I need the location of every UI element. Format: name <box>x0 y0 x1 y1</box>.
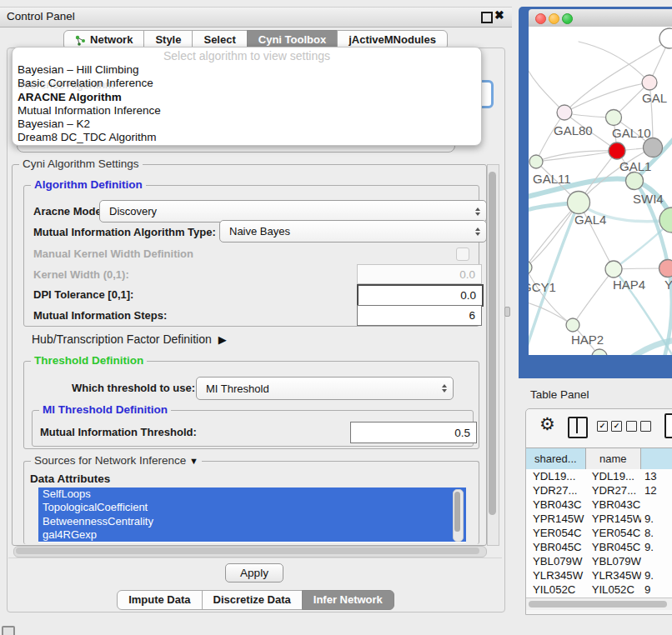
network-node-gal10[interactable] <box>606 110 622 126</box>
attribute-item-topologicalcoefficient[interactable]: TopologicalCoefficient <box>38 501 466 514</box>
column-header-shared[interactable]: shared... <box>526 448 586 470</box>
page-icon[interactable] <box>664 413 672 438</box>
mi-algorithm-type-label: Mutual Information Algorithm Type: <box>33 226 216 238</box>
table-row[interactable]: YDR27...YDR27...12 <box>526 483 672 498</box>
cyni-settings-title: Cyni Algorithm Settings <box>19 158 143 170</box>
network-edge[interactable] <box>573 269 614 325</box>
cyni-bottom-tabs: Impute DataDiscretize DataInfer Network <box>0 590 512 610</box>
algorithm-option-dream8-dc-tdc-algorithm[interactable]: Dream8 DC_TDC Algorithm <box>16 131 478 144</box>
mi-algorithm-type-combo[interactable]: Naive Bayes <box>219 220 487 242</box>
table-cell: YLR345W <box>526 568 587 582</box>
close-traffic-light[interactable] <box>535 13 546 24</box>
table-row[interactable]: YPR145WYPR145W9. <box>526 512 672 526</box>
attribute-item-betweennesscentrality[interactable]: BetweennessCentrality <box>38 515 466 528</box>
network-node-gal80[interactable] <box>557 105 572 120</box>
tab-infer-network[interactable]: Infer Network <box>302 590 394 610</box>
checked-checkbox-icon: ✓ <box>611 421 622 432</box>
table-row[interactable]: YBR045CYBR045C9. <box>526 540 672 554</box>
table-cell: 9. <box>641 512 672 526</box>
network-window-titlebar[interactable] <box>529 9 672 28</box>
algorithm-dropdown-prompt: Select algorithm to view settings <box>13 49 481 62</box>
node-label-y: Y <box>664 278 672 292</box>
kernel-width-field[interactable]: 0.0 <box>357 264 482 284</box>
network-node[interactable] <box>644 138 663 158</box>
zoom-traffic-light[interactable] <box>562 13 573 24</box>
attributes-scrollbar[interactable] <box>453 489 464 542</box>
minimize-traffic-light[interactable] <box>549 13 559 24</box>
mi-steps-field[interactable]: 6 <box>357 305 482 326</box>
data-attributes-list[interactable]: SelfLoopsTopologicalCoefficientBetweenne… <box>38 488 466 542</box>
stepper-icon <box>475 208 480 216</box>
table-row[interactable]: YLR345WYLR345W9. <box>526 568 672 582</box>
split-view-icon[interactable] <box>568 417 588 438</box>
scrollbar-thumb[interactable] <box>529 601 667 608</box>
scrollbar-thumb[interactable] <box>489 172 496 515</box>
table-row[interactable]: YBR043CYBR043C <box>526 498 672 512</box>
manual-kernel-width-checkbox[interactable] <box>456 248 469 261</box>
node-label-gal: GAL <box>642 91 667 105</box>
close-icon[interactable]: ✖ <box>494 8 504 22</box>
column-header-2[interactable] <box>641 448 672 470</box>
settings-vertical-scrollbar[interactable] <box>487 164 499 546</box>
sources-expander[interactable]: Sources for Network Inference ▼ <box>31 454 202 467</box>
network-edge[interactable] <box>579 42 649 82</box>
network-edge[interactable] <box>564 82 649 112</box>
algorithm-option-bayesian-hill-climbing[interactable]: Bayesian – Hill Climbing <box>16 63 478 77</box>
aracne-mode-combo[interactable]: Discovery <box>99 200 487 222</box>
network-node-gal4[interactable] <box>568 192 590 214</box>
gear-icon[interactable]: ⚙ <box>539 414 555 434</box>
table-row[interactable]: YDL19...YDL19...13 <box>526 469 672 483</box>
algorithm-dropdown[interactable]: Select algorithm to view settings Infere… <box>12 47 482 146</box>
collapsed-panel-icon[interactable] <box>2 626 15 635</box>
mi-threshold-field[interactable]: 0.5 <box>350 422 477 443</box>
node-label-gcy1: GCY1 <box>529 280 556 294</box>
scrollbar-thumb[interactable] <box>16 548 479 554</box>
algorithm-options-list: Bayesian – Hill ClimbingBasic Correlatio… <box>16 63 478 145</box>
panel-splitter-handle[interactable] <box>504 307 510 317</box>
network-node-hap2[interactable] <box>566 318 579 332</box>
attribute-item-selfloops[interactable]: SelfLoops <box>38 488 466 501</box>
column-header-name[interactable]: name <box>586 448 641 470</box>
stepper-icon <box>442 384 447 392</box>
scrollbar-thumb[interactable] <box>454 492 460 532</box>
float-window-icon[interactable] <box>481 12 493 23</box>
algorithm-option-bayesian-k2[interactable]: Bayesian – K2 <box>16 118 478 131</box>
algorithm-option-basic-correlation-inference[interactable]: Basic Correlation Inference <box>16 77 478 90</box>
network-node-y[interactable] <box>659 260 672 278</box>
network-canvas[interactable]: GALGAL80GAL10GAL1GAL11SWI4GAL4GCY1HAP4YH… <box>529 27 672 355</box>
control-panel-titlebar: Control Panel ✖ <box>0 7 512 28</box>
algorithm-option-mutual-information-inference[interactable]: Mutual Information Inference <box>16 104 478 118</box>
attribute-item-gal4rgexp[interactable]: gal4RGexp <box>38 528 466 542</box>
network-node-gal11[interactable] <box>529 155 543 168</box>
hub-transcription-expander[interactable]: Hub/Transcription Factor Definition ▶ <box>32 332 227 346</box>
network-node-gal1[interactable] <box>609 142 625 159</box>
node-label-gal11: GAL11 <box>533 172 571 186</box>
table-row[interactable]: YBL079WYBL079W <box>526 554 672 568</box>
table-row[interactable]: YIL052CYIL052C9 <box>526 582 672 597</box>
which-threshold-value: MI Threshold <box>206 382 269 395</box>
dpi-tolerance-field[interactable]: 0.0 <box>357 284 484 307</box>
table-row[interactable]: YER054CYER054C8. <box>526 526 672 540</box>
node-label-hap2: HAP2 <box>571 332 604 347</box>
settings-horizontal-scrollbar[interactable] <box>13 546 487 558</box>
network-edge[interactable] <box>529 202 579 268</box>
tab-impute-data[interactable]: Impute Data <box>117 590 202 610</box>
which-threshold-combo[interactable]: MI Threshold <box>196 377 454 400</box>
table-cell: 9 <box>641 582 672 597</box>
network-node-swi4[interactable] <box>626 172 644 190</box>
table-cell: YBR045C <box>587 540 641 554</box>
hub-expander-label: Hub/Transcription Factor Definition <box>32 332 212 346</box>
apply-button[interactable]: Apply <box>225 563 283 582</box>
network-edge[interactable] <box>529 60 564 112</box>
network-node-hap4[interactable] <box>605 261 622 278</box>
table-horizontal-scrollbar[interactable] <box>526 598 672 610</box>
network-node-gal[interactable] <box>642 75 657 90</box>
unchecked-checkbox-icon <box>626 421 637 432</box>
network-node[interactable] <box>659 208 672 232</box>
table-cell: 12 <box>641 483 672 498</box>
deselect-all-icon[interactable] <box>626 421 651 432</box>
tab-discretize-data[interactable]: Discretize Data <box>202 590 303 610</box>
algorithm-option-aracne-algorithm[interactable]: ARACNE Algorithm <box>16 91 478 104</box>
aracne-mode-label: Aracne Mode: <box>33 205 105 218</box>
select-all-icon[interactable]: ✓ ✓ <box>597 421 622 432</box>
